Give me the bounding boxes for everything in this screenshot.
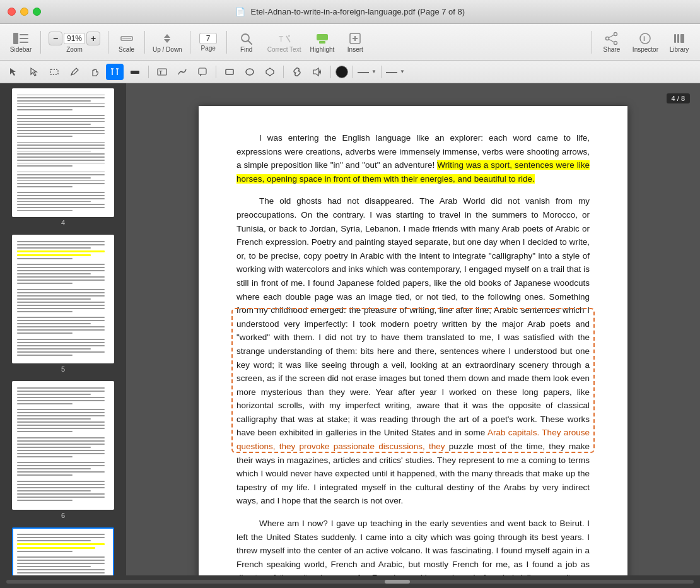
rect-btn[interactable] bbox=[221, 64, 238, 80]
thumb-7[interactable] bbox=[12, 527, 114, 575]
thumb-6-number: 6 bbox=[12, 512, 114, 519]
page-thumb-5[interactable]: 5 bbox=[12, 235, 114, 376]
svg-rect-13 bbox=[317, 34, 328, 40]
note-btn[interactable] bbox=[194, 64, 211, 80]
svg-rect-0 bbox=[13, 33, 18, 44]
line-end-selector[interactable]: — ▼ bbox=[386, 65, 405, 78]
library-button[interactable]: Library bbox=[663, 29, 695, 56]
file-icon: 📄 bbox=[235, 7, 245, 16]
window-title: 📄 Etel-Adnan-to-write-in-a-foreign-langu… bbox=[235, 7, 465, 16]
svg-marker-29 bbox=[31, 68, 37, 76]
highlight-text-btn[interactable] bbox=[126, 64, 144, 80]
pointer-tool-btn[interactable] bbox=[25, 64, 43, 80]
pencil-lite-btn[interactable] bbox=[66, 64, 83, 80]
toolbar-sep-1 bbox=[40, 31, 41, 54]
scale-button[interactable]: Scale bbox=[112, 29, 141, 56]
hand-btn[interactable] bbox=[86, 64, 103, 80]
toolbar-sep-2 bbox=[108, 31, 108, 54]
svg-rect-25 bbox=[674, 34, 676, 43]
minimize-button[interactable] bbox=[20, 8, 28, 16]
paragraph-2-container: The old ghosts had not disappeared. The … bbox=[236, 194, 590, 508]
page-number[interactable]: 7 bbox=[199, 33, 217, 44]
audio-btn[interactable] bbox=[308, 64, 326, 80]
insert-button[interactable]: Insert bbox=[339, 29, 371, 56]
toolbar-sep-5 bbox=[226, 31, 227, 54]
toolbar-right: Share i Inspector Library bbox=[589, 29, 695, 56]
ann-sep-3 bbox=[283, 66, 284, 78]
text-select-btn[interactable] bbox=[106, 64, 124, 80]
zoom-plus-button[interactable]: + bbox=[86, 32, 100, 45]
svg-rect-36 bbox=[131, 71, 139, 74]
traffic-lights bbox=[8, 8, 41, 16]
zoom-minus-button[interactable]: − bbox=[49, 32, 62, 45]
svg-rect-2 bbox=[20, 38, 28, 39]
svg-line-21 bbox=[609, 35, 614, 38]
thumb-4-number: 4 bbox=[12, 219, 114, 226]
draw-btn[interactable] bbox=[173, 64, 191, 80]
highlight-button[interactable]: Highlight bbox=[306, 29, 338, 56]
maximize-button[interactable] bbox=[33, 8, 41, 16]
ann-sep-1 bbox=[148, 66, 149, 78]
svg-point-19 bbox=[605, 37, 609, 40]
zoom-value[interactable]: 91% bbox=[64, 33, 85, 44]
sidebar-button[interactable]: Sidebar bbox=[5, 29, 37, 56]
line-style-selector[interactable]: — ▼ bbox=[358, 65, 376, 78]
text-box-btn[interactable]: T bbox=[153, 64, 171, 80]
find-icon bbox=[238, 32, 255, 45]
insert-icon bbox=[346, 32, 364, 45]
updown-button[interactable]: Up / Down bbox=[149, 29, 186, 56]
share-icon bbox=[603, 32, 621, 45]
inspector-label: Inspector bbox=[633, 46, 658, 53]
paragraph-1: I was entering the English language like… bbox=[236, 131, 590, 185]
color-swatch[interactable] bbox=[335, 66, 348, 78]
ann-sep-5 bbox=[353, 66, 353, 78]
line-style-arrow: ▼ bbox=[371, 69, 376, 74]
updown-icon bbox=[158, 32, 176, 45]
thumb-5[interactable] bbox=[12, 235, 114, 363]
pdf-page: I was entering the English language like… bbox=[199, 106, 627, 575]
page-thumb-7[interactable]: 7 bbox=[12, 527, 114, 575]
cursor-tool-btn[interactable] bbox=[5, 64, 23, 80]
insert-label: Insert bbox=[347, 46, 363, 53]
updown-label: Up / Down bbox=[153, 46, 182, 53]
pdf-view[interactable]: 4 / 8 I was entering the English languag… bbox=[126, 83, 700, 575]
thumb-5-number: 5 bbox=[12, 365, 114, 373]
svg-marker-6 bbox=[164, 34, 170, 38]
share-button[interactable]: Share bbox=[596, 29, 627, 56]
svg-text:i: i bbox=[643, 35, 645, 42]
page-thumb-4[interactable]: 4 bbox=[12, 88, 114, 230]
toolbar-sep-4 bbox=[190, 31, 190, 54]
svg-point-20 bbox=[614, 41, 617, 44]
main-toolbar: Sidebar − 91% + Zoom Scale Up / Do bbox=[0, 24, 700, 61]
main-content: 4 bbox=[0, 83, 700, 575]
inspector-icon: i bbox=[636, 32, 654, 45]
find-button[interactable]: Find bbox=[231, 29, 262, 56]
polygon-btn[interactable] bbox=[261, 64, 279, 80]
correct-text-label: Correct Text bbox=[267, 46, 301, 53]
library-icon bbox=[670, 32, 688, 45]
page-label: Page bbox=[201, 45, 216, 52]
scale-icon bbox=[118, 32, 136, 45]
zoom-controls: − 91% + bbox=[49, 32, 100, 45]
zoom-group: − 91% + Zoom bbox=[45, 29, 104, 56]
svg-rect-1 bbox=[20, 34, 28, 35]
scroll-thumb[interactable] bbox=[385, 580, 410, 584]
svg-rect-14 bbox=[319, 41, 325, 44]
svg-marker-28 bbox=[10, 68, 16, 76]
svg-point-42 bbox=[246, 69, 254, 75]
close-button[interactable] bbox=[8, 8, 16, 16]
inspector-button[interactable]: i Inspector bbox=[629, 29, 662, 56]
scroll-track[interactable] bbox=[6, 580, 694, 584]
svg-text:T: T bbox=[159, 69, 163, 76]
page-thumb-6[interactable]: 6 bbox=[12, 381, 114, 522]
circle-btn[interactable] bbox=[241, 64, 259, 80]
thumb-6[interactable] bbox=[12, 381, 114, 510]
select-rect-btn[interactable] bbox=[45, 64, 63, 80]
correct-text-button[interactable]: T Correct Text bbox=[264, 29, 305, 56]
thumb-6-content bbox=[13, 382, 113, 509]
link-btn[interactable] bbox=[288, 64, 306, 80]
ann-sep-6 bbox=[381, 66, 382, 78]
svg-rect-39 bbox=[199, 68, 206, 74]
highlight-label: Highlight bbox=[310, 46, 334, 53]
thumb-4[interactable] bbox=[12, 88, 114, 217]
